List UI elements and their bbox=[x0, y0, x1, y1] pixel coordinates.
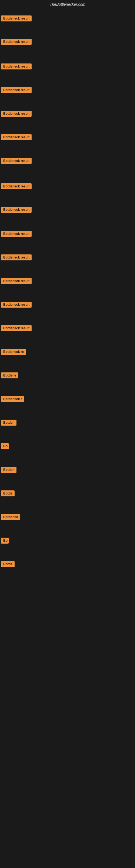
bottleneck-badge[interactable]: Bottleneck result bbox=[1, 254, 32, 260]
bottleneck-badge[interactable]: Bottle bbox=[1, 561, 14, 567]
bottleneck-item: Bottleneck re bbox=[0, 349, 26, 356]
page-wrapper: TheBottlenecker.com Bottleneck resultBot… bbox=[0, 0, 135, 868]
bottleneck-item: Bottleneck result bbox=[0, 87, 32, 94]
bottleneck-item: Bottle bbox=[0, 490, 14, 497]
bottleneck-badge[interactable]: Bo bbox=[1, 443, 9, 449]
bottleneck-badge[interactable]: Bottleneck result bbox=[1, 134, 32, 140]
bottleneck-badge[interactable]: Bottleneck result bbox=[1, 63, 32, 69]
bottleneck-badge[interactable]: Bottleneck result bbox=[1, 87, 32, 93]
bottleneck-badge[interactable]: Bottlen bbox=[1, 467, 16, 473]
bottleneck-item: Bottleneck result bbox=[0, 207, 32, 214]
bottleneck-badge[interactable]: Bottleneck re bbox=[1, 349, 26, 355]
bottleneck-item: Bo bbox=[0, 538, 9, 545]
bottleneck-item: Bottlenec bbox=[0, 514, 20, 521]
bottleneck-item: Bottleneck result bbox=[0, 134, 32, 141]
bottleneck-badge[interactable]: Bottleneck result bbox=[1, 207, 32, 213]
bottleneck-badge[interactable]: Bottleneck result bbox=[1, 183, 32, 189]
bottleneck-badge[interactable]: Bottleneck result bbox=[1, 16, 32, 22]
bottleneck-badge[interactable]: Bottlen bbox=[1, 420, 16, 426]
site-title: TheBottlenecker.com bbox=[0, 0, 135, 9]
bottleneck-badge[interactable]: Bottleneck result bbox=[1, 325, 32, 331]
bottleneck-badge[interactable]: Bottleneck result bbox=[1, 278, 32, 284]
bottleneck-item: Bottleneck result bbox=[0, 63, 32, 70]
bottleneck-item: Bottle bbox=[0, 561, 14, 568]
bottleneck-item: Bottleneck result bbox=[0, 111, 32, 118]
bottleneck-badge[interactable]: Bottleneck result bbox=[1, 111, 32, 117]
bottleneck-item: Bottlen bbox=[0, 420, 16, 427]
bottleneck-item: Bottleneck result bbox=[0, 16, 32, 23]
bottleneck-item: Bottleneck result bbox=[0, 325, 32, 332]
bottleneck-badge[interactable]: Bottleneck r bbox=[1, 396, 24, 402]
bottleneck-item: Bottleneck result bbox=[0, 183, 32, 190]
bottleneck-item: Bottleneck result bbox=[0, 278, 32, 285]
bottleneck-badge[interactable]: Bottlene bbox=[1, 372, 18, 378]
bottleneck-item: Bottlen bbox=[0, 467, 16, 474]
bottleneck-item: Bottleneck result bbox=[0, 158, 32, 165]
bottleneck-item: Bottleneck result bbox=[0, 254, 32, 261]
bottleneck-badge[interactable]: Bottleneck result bbox=[1, 231, 32, 237]
bottleneck-item: Bottleneck r bbox=[0, 396, 24, 403]
bottleneck-badge[interactable]: Bottleneck result bbox=[1, 39, 32, 45]
bottleneck-badge[interactable]: Bottle bbox=[1, 490, 14, 496]
bottleneck-badge[interactable]: Bottleneck result bbox=[1, 302, 32, 308]
bottleneck-item: Bottleneck result bbox=[0, 231, 32, 238]
bottleneck-item: Bo bbox=[0, 443, 9, 450]
bottleneck-item: Bottleneck result bbox=[0, 39, 32, 46]
bottleneck-item: Bottleneck result bbox=[0, 302, 32, 309]
bottleneck-badge[interactable]: Bottlenec bbox=[1, 514, 20, 520]
bottleneck-badge[interactable]: Bottleneck result bbox=[1, 158, 32, 164]
bottleneck-item: Bottlene bbox=[0, 372, 18, 379]
bottleneck-badge[interactable]: Bo bbox=[1, 538, 9, 544]
